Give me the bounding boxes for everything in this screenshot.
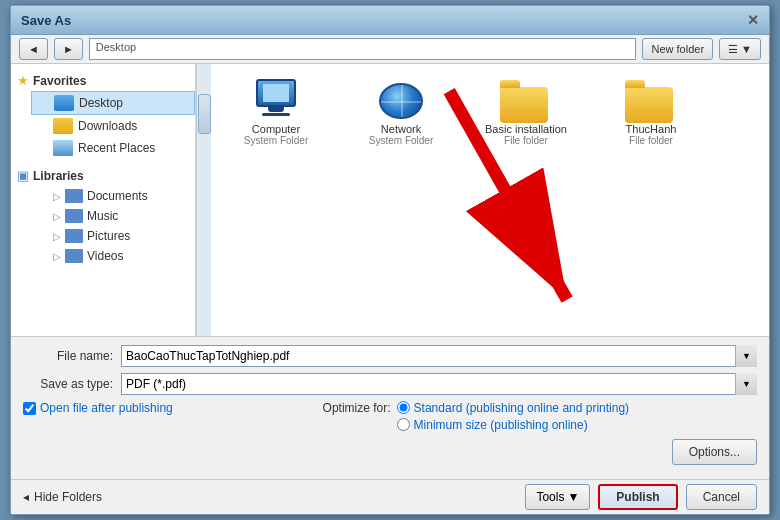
file-type-computer: System Folder	[244, 135, 308, 146]
open-after-publish-row: Open file after publishing	[23, 401, 313, 415]
dialog-titlebar: Save As ✕	[11, 6, 769, 35]
file-item-network[interactable]: Network System Folder	[346, 74, 456, 151]
network-icon	[375, 79, 427, 123]
computer-icon	[250, 79, 302, 123]
file-name-basic: Basic installation	[485, 123, 567, 135]
forward-button[interactable]: ►	[54, 38, 83, 60]
file-name-thuchanh: ThucHanh	[626, 123, 677, 135]
recent-places-label: Recent Places	[78, 141, 155, 155]
hide-folders-button[interactable]: ◂ Hide Folders	[23, 490, 102, 504]
libraries-label: Libraries	[33, 169, 84, 183]
file-item-computer[interactable]: Computer System Folder	[221, 74, 331, 151]
expand-icon-videos: ▷	[53, 251, 61, 262]
pictures-label: Pictures	[87, 229, 130, 243]
open-after-publish-label: Open file after publishing	[40, 401, 173, 415]
pictures-icon	[65, 229, 83, 243]
file-name-network: Network	[381, 123, 421, 135]
desktop-icon	[54, 95, 74, 111]
address-bar: ◄ ► Desktop New folder ☰ ▼	[11, 35, 769, 64]
saveastype-wrapper: ▼	[121, 373, 757, 395]
bottom-bar: ◂ Hide Folders Tools ▼ Publish Cancel	[11, 479, 769, 514]
favorites-label: Favorites	[33, 74, 86, 88]
saveastype-input[interactable]	[121, 373, 757, 395]
optimize-section: Optimize for: Standard (publishing onlin…	[323, 401, 757, 435]
documents-icon	[65, 189, 83, 203]
file-type-basic: File folder	[504, 135, 548, 146]
music-label: Music	[87, 209, 118, 223]
downloads-label: Downloads	[78, 119, 137, 133]
recent-places-icon	[53, 140, 73, 156]
star-icon: ★	[17, 73, 29, 88]
file-item-thuchanh[interactable]: ThucHanh File folder	[596, 74, 706, 151]
publish-button[interactable]: Publish	[598, 484, 677, 510]
back-button[interactable]: ◄	[19, 38, 48, 60]
filename-label: File name:	[23, 349, 113, 363]
close-button[interactable]: ✕	[747, 12, 759, 28]
optimize-standard-option[interactable]: Standard (publishing online and printing…	[397, 401, 629, 415]
desktop-label: Desktop	[79, 96, 123, 110]
downloads-icon	[53, 118, 73, 134]
folder-thuchanh-icon	[625, 79, 677, 123]
saveastype-row: Save as type: ▼	[23, 373, 757, 395]
expand-icon-pictures: ▷	[53, 231, 61, 242]
expand-icon: ▷	[53, 191, 61, 202]
tools-arrow: ▼	[567, 490, 579, 504]
videos-icon	[65, 249, 83, 263]
sidebar-item-videos[interactable]: ▷ Videos	[31, 246, 195, 266]
sidebar-item-downloads[interactable]: Downloads	[31, 115, 195, 137]
optimize-label: Optimize for:	[323, 401, 391, 415]
libraries-section: ▣ Libraries	[11, 165, 195, 186]
sidebar-item-pictures[interactable]: ▷ Pictures	[31, 226, 195, 246]
options-btn-row: Options...	[23, 439, 757, 465]
sidebar-item-desktop[interactable]: Desktop	[31, 91, 195, 115]
optimize-minimum-radio[interactable]	[397, 418, 410, 431]
sidebar-item-music[interactable]: ▷ Music	[31, 206, 195, 226]
hide-folders-label: Hide Folders	[34, 490, 102, 504]
tools-label: Tools	[536, 490, 564, 504]
filename-input[interactable]	[121, 345, 757, 367]
bottom-buttons: Tools ▼ Publish Cancel	[525, 484, 757, 510]
form-area: File name: ▼ Save as type: ▼ Open file a…	[11, 336, 769, 479]
hide-folders-arrow: ◂	[23, 490, 29, 504]
file-name-computer: Computer	[252, 123, 300, 135]
folder-basic-icon	[500, 79, 552, 123]
optimize-minimum-label: Minimum size (publishing online)	[414, 418, 588, 432]
optimize-minimum-option[interactable]: Minimum size (publishing online)	[397, 418, 629, 432]
sidebar-scrollbar[interactable]	[196, 64, 211, 336]
expand-icon-music: ▷	[53, 211, 61, 222]
saveastype-dropdown[interactable]: ▼	[735, 373, 757, 395]
sidebar-item-recent-places[interactable]: Recent Places	[31, 137, 195, 159]
saveastype-label: Save as type:	[23, 377, 113, 391]
view-button[interactable]: ☰ ▼	[719, 38, 761, 60]
options-button[interactable]: Options...	[672, 439, 757, 465]
cancel-button[interactable]: Cancel	[686, 484, 757, 510]
file-type-network: System Folder	[369, 135, 433, 146]
optimize-standard-radio[interactable]	[397, 401, 410, 414]
sidebar-item-documents[interactable]: ▷ Documents	[31, 186, 195, 206]
address-path[interactable]: Desktop	[89, 38, 637, 60]
dialog-title: Save As	[21, 13, 71, 28]
filename-row: File name: ▼	[23, 345, 757, 367]
file-browser: Computer System Folder Network System Fo…	[211, 64, 769, 336]
videos-label: Videos	[87, 249, 123, 263]
filename-input-wrapper: ▼	[121, 345, 757, 367]
open-after-publish-checkbox[interactable]	[23, 402, 36, 415]
documents-label: Documents	[87, 189, 148, 203]
sidebar: ★ Favorites Desktop Downloads Recent Pla…	[11, 64, 196, 336]
tools-button[interactable]: Tools ▼	[525, 484, 590, 510]
libraries-icon: ▣	[17, 168, 29, 183]
favorites-section: ★ Favorites	[11, 70, 195, 91]
options-row: Open file after publishing Optimize for:…	[23, 401, 757, 435]
save-as-dialog: Save As ✕ ◄ ► Desktop New folder ☰ ▼ ★ F…	[10, 5, 770, 515]
optimize-standard-label: Standard (publishing online and printing…	[414, 401, 629, 415]
new-folder-button[interactable]: New folder	[642, 38, 713, 60]
file-item-basic-installation[interactable]: Basic installation File folder	[471, 74, 581, 151]
scrollbar-thumb	[198, 94, 211, 134]
music-icon	[65, 209, 83, 223]
file-type-thuchanh: File folder	[629, 135, 673, 146]
filename-dropdown[interactable]: ▼	[735, 345, 757, 367]
